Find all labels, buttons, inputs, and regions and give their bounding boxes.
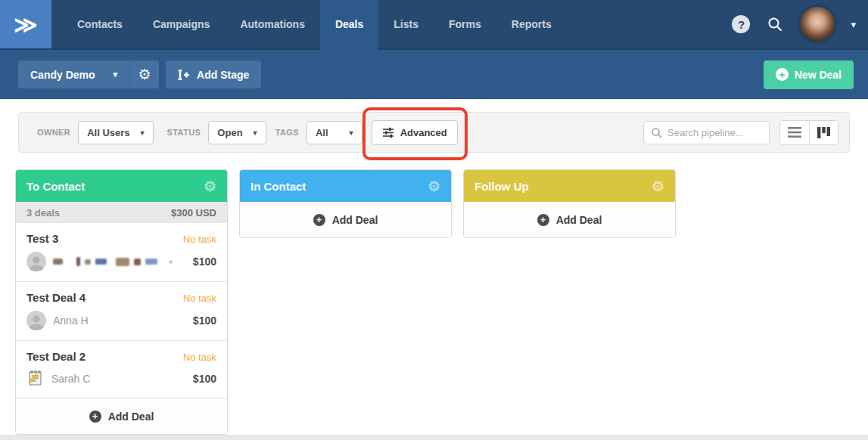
stage-header: To Contact ⚙: [16, 170, 227, 202]
notepad-avatar-icon: [26, 370, 45, 388]
pipeline-toolbar: Candy Demo ▾ ⚙ Add Stage + New Deal: [0, 50, 868, 99]
deal-card[interactable]: Test 3 No task: [16, 223, 227, 282]
nav-item-deals[interactable]: Deals: [320, 0, 378, 50]
stage-settings-gear-icon[interactable]: ⚙: [204, 178, 216, 195]
stage-title: To Contact: [26, 180, 85, 193]
add-stage-button[interactable]: Add Stage: [166, 60, 261, 88]
deal-value: $100: [193, 315, 216, 327]
user-avatar[interactable]: [800, 7, 835, 42]
deal-board: To Contact ⚙ 3 deals $300 USD Test 3 No …: [0, 153, 868, 435]
contact-name: Sarah C: [51, 373, 90, 385]
status-dropdown[interactable]: Open ▾: [208, 121, 266, 144]
plus-icon: +: [89, 411, 101, 423]
plus-icon: +: [537, 214, 549, 226]
new-deal-label: New Deal: [795, 69, 842, 81]
help-icon[interactable]: ?: [732, 15, 750, 33]
pipeline-name: Candy Demo: [30, 69, 95, 81]
status-value: Open: [217, 127, 242, 138]
kanban-view-button[interactable]: [809, 121, 838, 144]
stage-settings-gear-icon[interactable]: ⚙: [652, 178, 664, 195]
deal-card[interactable]: Test Deal 2 No task: [16, 341, 227, 398]
deal-value: $100: [193, 256, 216, 268]
add-deal-button[interactable]: + Add Deal: [16, 398, 227, 434]
stage-column-to-contact: To Contact ⚙ 3 deals $300 USD Test 3 No …: [15, 169, 228, 435]
redacted-contact-name: [53, 257, 172, 266]
add-deal-label: Add Deal: [108, 411, 154, 423]
nav-item-forms[interactable]: Forms: [434, 0, 496, 48]
owner-filter-label: OWNER: [37, 128, 70, 137]
deal-contact: [26, 252, 172, 271]
chevron-down-icon: ▾: [350, 129, 353, 137]
deal-task-status: No task: [183, 234, 216, 245]
list-view-icon: [788, 127, 801, 138]
kanban-view-icon: [817, 127, 830, 138]
filter-right-cluster: [643, 120, 838, 145]
pipeline-select-group: Candy Demo ▾ ⚙: [18, 60, 159, 88]
chevron-down-icon: ▾: [141, 129, 145, 137]
stage-header: In Contact ⚙: [240, 170, 451, 202]
pipeline-search: [643, 121, 770, 144]
advanced-filter-wrap: Advanced: [372, 120, 458, 145]
contact-avatar-placeholder-icon: [26, 252, 46, 271]
pipeline-search-input[interactable]: [667, 127, 758, 138]
deal-card[interactable]: Test Deal 4 No task Anna H $100: [16, 282, 227, 341]
nav-item-lists[interactable]: Lists: [378, 0, 434, 48]
nav-item-contacts[interactable]: Contacts: [62, 0, 138, 48]
add-stage-icon: [178, 70, 190, 80]
search-icon: [651, 127, 662, 138]
deal-contact: Anna H: [26, 311, 89, 330]
tags-dropdown[interactable]: All ▾: [306, 121, 362, 144]
add-deal-button[interactable]: + Add Deal: [240, 202, 451, 237]
chevron-down-icon: ▾: [114, 70, 118, 79]
app-logo-icon[interactable]: ≫: [0, 0, 51, 48]
nav-item-reports[interactable]: Reports: [496, 0, 567, 48]
account-chevron-down-icon[interactable]: ▾: [851, 19, 856, 30]
contact-avatar-placeholder-icon: [26, 311, 46, 330]
deal-title: Test 3: [26, 232, 58, 245]
deal-task-status: No task: [183, 293, 216, 304]
add-deal-label: Add Deal: [332, 214, 378, 226]
tags-value: All: [316, 127, 328, 138]
stage-total-value: $300 USD: [171, 207, 216, 218]
advanced-filter-button[interactable]: Advanced: [372, 120, 458, 145]
pipeline-settings-gear-icon[interactable]: ⚙: [129, 60, 159, 88]
new-deal-button[interactable]: + New Deal: [764, 60, 854, 89]
main-nav: Contacts Campaigns Automations Deals Lis…: [62, 0, 567, 48]
deal-title: Test Deal 4: [26, 291, 86, 304]
list-view-button[interactable]: [780, 121, 809, 144]
chevron-down-icon: ▾: [254, 129, 257, 137]
window-bottom-strip: [0, 435, 868, 440]
top-navigation: ≫ Contacts Campaigns Automations Deals L…: [0, 0, 868, 50]
nav-right-cluster: ? ▾: [732, 0, 868, 48]
owner-value: All Users: [87, 127, 129, 138]
stage-title: Follow Up: [474, 180, 529, 193]
deal-value: $100: [193, 373, 216, 385]
nav-item-automations[interactable]: Automations: [225, 0, 320, 48]
deal-count: 3 deals: [26, 207, 60, 218]
stage-header: Follow Up ⚙: [464, 170, 675, 202]
stage-stats: 3 deals $300 USD: [16, 202, 227, 223]
filter-bar: OWNER All Users ▾ STATUS Open ▾ TAGS All…: [18, 112, 850, 153]
owner-dropdown[interactable]: All Users ▾: [78, 121, 153, 144]
deal-contact: Sarah C: [26, 370, 90, 388]
add-deal-button[interactable]: + Add Deal: [464, 202, 675, 237]
plus-icon: +: [313, 214, 325, 226]
add-stage-label: Add Stage: [197, 69, 249, 81]
sliders-icon: [382, 127, 394, 138]
contact-name: Anna H: [53, 315, 89, 327]
status-filter-label: STATUS: [167, 128, 201, 137]
advanced-label: Advanced: [400, 127, 447, 138]
add-deal-label: Add Deal: [556, 214, 602, 226]
tags-filter-label: TAGS: [275, 128, 299, 137]
logo-glyph: ≫: [14, 11, 37, 38]
search-icon[interactable]: [766, 15, 784, 33]
deal-title: Test Deal 2: [26, 350, 86, 363]
stage-settings-gear-icon[interactable]: ⚙: [428, 178, 440, 195]
pipeline-selector[interactable]: Candy Demo ▾: [18, 60, 129, 88]
view-toggle: [779, 120, 838, 145]
stage-column-follow-up: Follow Up ⚙ + Add Deal: [463, 169, 676, 238]
nav-item-campaigns[interactable]: Campaigns: [138, 0, 225, 48]
stage-title: In Contact: [250, 180, 306, 193]
plus-icon: +: [776, 68, 789, 81]
deal-task-status: No task: [183, 352, 216, 363]
